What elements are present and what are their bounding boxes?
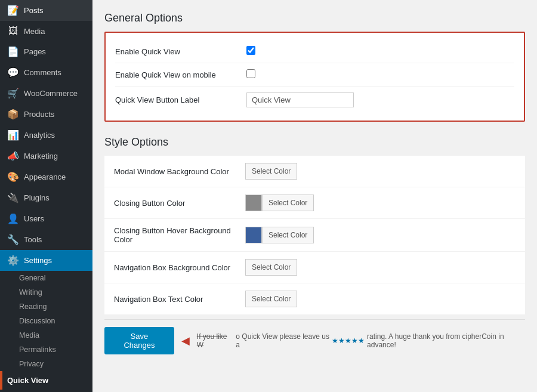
sidebar-item-label: Appearance <box>24 172 66 181</box>
nav-box-text-label: Navigation Box Text Color <box>114 295 245 304</box>
enable-mobile-row: Enable Quick View on mobile <box>115 63 514 87</box>
sidebar-sub-privacy[interactable]: Privacy <box>0 357 92 371</box>
sidebar-item-posts[interactable]: 📝 Posts <box>0 0 92 21</box>
pages-icon: 📄 <box>7 46 19 57</box>
modal-bg-color-picker: Select Color <box>245 163 297 180</box>
closing-btn-color-picker: Select Color <box>245 195 314 211</box>
sidebar-item-quick-view[interactable]: Quick View <box>0 371 92 390</box>
sidebar-sub-media[interactable]: Media <box>0 328 92 342</box>
sidebar-item-label: Pages <box>24 47 46 56</box>
tools-icon: 🔧 <box>7 234 19 245</box>
users-icon: 👤 <box>7 213 19 224</box>
comments-icon: 💬 <box>7 67 19 78</box>
modal-bg-select-color-button[interactable]: Select Color <box>245 163 297 180</box>
sidebar-item-label: Plugins <box>24 193 50 202</box>
sidebar-item-media[interactable]: 🖼 Media <box>0 21 92 41</box>
sidebar-item-label: Users <box>24 214 44 223</box>
sidebar-item-users[interactable]: 👤 Users <box>0 208 92 229</box>
closing-btn-row: Closing Button Color Select Color <box>104 187 525 218</box>
footer-mid: o Quick View please leave us a <box>236 332 329 349</box>
closing-hover-label: Closing Button Hover Background Color <box>114 226 245 244</box>
save-changes-button[interactable]: Save Changes <box>104 327 174 354</box>
sidebar-sub-reading[interactable]: Reading <box>0 300 92 314</box>
sidebar-item-label: Posts <box>24 6 44 15</box>
closing-hover-color-picker: Select Color <box>245 227 314 243</box>
plugins-icon: 🔌 <box>7 192 19 203</box>
sidebar-item-comments[interactable]: 💬 Comments <box>0 62 92 83</box>
button-label-row: Quick View Button Label <box>115 87 514 113</box>
closing-hover-swatch <box>245 227 262 243</box>
closing-btn-label: Closing Button Color <box>114 199 245 208</box>
style-options-title: Style Options <box>104 134 525 149</box>
nav-box-bg-color-picker: Select Color <box>245 259 297 276</box>
enable-mobile-checkbox[interactable] <box>246 69 255 78</box>
sidebar-item-marketing[interactable]: 📣 Marketing <box>0 146 92 166</box>
nav-box-bg-row: Navigation Box Background Color Select C… <box>104 252 525 283</box>
sidebar-item-analytics[interactable]: 📊 Analytics <box>0 125 92 146</box>
closing-btn-select-color-button[interactable]: Select Color <box>262 195 314 211</box>
footer-bar: Save Changes ◀ If you like W o Quick Vie… <box>104 319 525 354</box>
sidebar-item-label: Settings <box>24 256 52 265</box>
enable-quick-view-label: Enable Quick View <box>115 47 246 56</box>
footer-text: If you like W o Quick View please leave … <box>197 332 525 349</box>
sidebar-sub-writing[interactable]: Writing <box>0 285 92 300</box>
sidebar-item-products[interactable]: 📦 Products <box>0 104 92 125</box>
media-icon: 🖼 <box>7 26 19 36</box>
sidebar-item-label: Comments <box>24 68 61 77</box>
footer-prefix: If you like W <box>197 332 234 349</box>
settings-icon: ⚙️ <box>7 255 19 266</box>
footer-stars[interactable]: ★★★★★ <box>332 337 365 345</box>
appearance-icon: 🎨 <box>7 171 19 183</box>
enable-mobile-control <box>246 69 514 80</box>
nav-box-text-row: Navigation Box Text Color Select Color <box>104 283 525 314</box>
sidebar-item-woocommerce[interactable]: 🛒 WooCommerce <box>0 83 92 104</box>
analytics-icon: 📊 <box>7 129 19 141</box>
sidebar-item-label: Products <box>24 110 54 119</box>
enable-quick-view-row: Enable Quick View <box>115 40 514 63</box>
sidebar-item-label: Tools <box>24 235 42 244</box>
sidebar-sub-discussion[interactable]: Discussion <box>0 314 92 328</box>
enable-quick-view-checkbox[interactable] <box>246 46 255 55</box>
modal-bg-label: Modal Window Background Color <box>114 167 245 176</box>
closing-hover-select-color-button[interactable]: Select Color <box>262 227 314 243</box>
footer-suffix: rating. A huge thank you from cipherCoin… <box>367 332 525 349</box>
sidebar-item-tools[interactable]: 🔧 Tools <box>0 229 92 250</box>
arrow-icon: ◀ <box>181 334 190 347</box>
enable-quick-view-control <box>246 46 514 57</box>
general-options-box: Enable Quick View Enable Quick View on m… <box>104 32 525 122</box>
quick-view-label: Quick View <box>7 376 48 385</box>
nav-box-bg-select-color-button[interactable]: Select Color <box>245 259 297 276</box>
main-content: General Options Enable Quick View Enable… <box>92 0 537 392</box>
button-label-input[interactable] <box>246 92 354 107</box>
closing-btn-swatch <box>245 195 262 211</box>
button-label-label: Quick View Button Label <box>115 95 246 104</box>
modal-bg-row: Modal Window Background Color Select Col… <box>104 156 525 187</box>
sidebar-sub-general[interactable]: General <box>0 271 92 285</box>
sidebar-item-label: WooCommerce <box>24 89 78 98</box>
sidebar-item-pages[interactable]: 📄 Pages <box>0 41 92 62</box>
sidebar-item-appearance[interactable]: 🎨 Appearance <box>0 166 92 187</box>
button-label-control <box>246 92 514 107</box>
sidebar-item-settings[interactable]: ⚙️ Settings <box>0 250 92 271</box>
enable-mobile-label: Enable Quick View on mobile <box>115 70 246 79</box>
products-icon: 📦 <box>7 109 19 120</box>
sidebar-item-plugins[interactable]: 🔌 Plugins <box>0 187 92 208</box>
sidebar: 📝 Posts 🖼 Media 📄 Pages 💬 Comments 🛒 Woo… <box>0 0 92 392</box>
sidebar-item-label: Marketing <box>24 152 58 160</box>
marketing-icon: 📣 <box>7 150 19 162</box>
nav-box-bg-label: Navigation Box Background Color <box>114 263 245 272</box>
general-options-title: General Options <box>104 12 525 24</box>
sidebar-item-label: Media <box>24 27 45 36</box>
nav-box-text-select-color-button[interactable]: Select Color <box>245 291 297 307</box>
woocommerce-icon: 🛒 <box>7 88 19 99</box>
sidebar-sub-permalinks[interactable]: Permalinks <box>0 342 92 357</box>
sidebar-item-label: Analytics <box>24 131 55 140</box>
nav-box-text-color-picker: Select Color <box>245 291 297 307</box>
closing-hover-row: Closing Button Hover Background Color Se… <box>104 219 525 251</box>
posts-icon: 📝 <box>7 5 19 16</box>
